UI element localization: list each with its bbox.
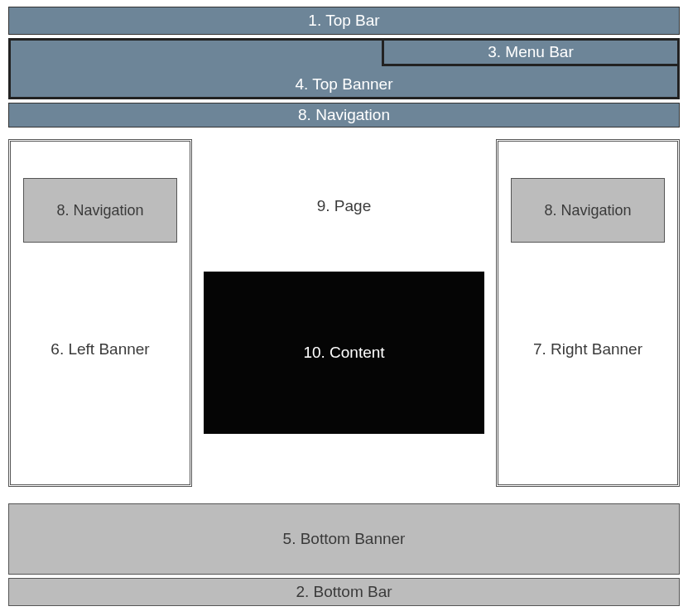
top-bar-label: 1. Top Bar — [308, 12, 379, 30]
bottom-bar: 2. Bottom Bar — [8, 578, 680, 606]
middle-row: 8. Navigation 6. Left Banner 9. Page 10.… — [8, 139, 680, 487]
navigation-top-label: 8. Navigation — [298, 106, 390, 124]
navigation-right-label: 8. Navigation — [544, 202, 631, 219]
bottom-banner-label: 5. Bottom Banner — [283, 530, 406, 548]
bottom-bar-label: 2. Bottom Bar — [296, 583, 392, 601]
left-banner-label: 6. Left Banner — [11, 340, 190, 359]
menu-bar: 3. Menu Bar — [382, 38, 680, 66]
navigation-right: 8. Navigation — [511, 178, 665, 243]
page: 9. Page 10. Content — [199, 139, 489, 487]
content-label: 10. Content — [303, 344, 384, 362]
content: 10. Content — [204, 272, 484, 434]
right-banner: 8. Navigation 7. Right Banner — [496, 139, 680, 487]
bottom-banner: 5. Bottom Banner — [8, 503, 680, 575]
navigation-left: 8. Navigation — [23, 178, 177, 243]
page-label: 9. Page — [199, 197, 489, 215]
left-banner: 8. Navigation 6. Left Banner — [8, 139, 192, 487]
menu-bar-label: 3. Menu Bar — [488, 43, 574, 61]
top-banner-label: 4. Top Banner — [11, 75, 677, 94]
top-banner: 3. Menu Bar 4. Top Banner — [8, 38, 680, 99]
navigation-top: 8. Navigation — [8, 103, 680, 128]
top-bar: 1. Top Bar — [8, 7, 680, 35]
navigation-left-label: 8. Navigation — [56, 202, 143, 219]
right-banner-label: 7. Right Banner — [498, 340, 677, 359]
